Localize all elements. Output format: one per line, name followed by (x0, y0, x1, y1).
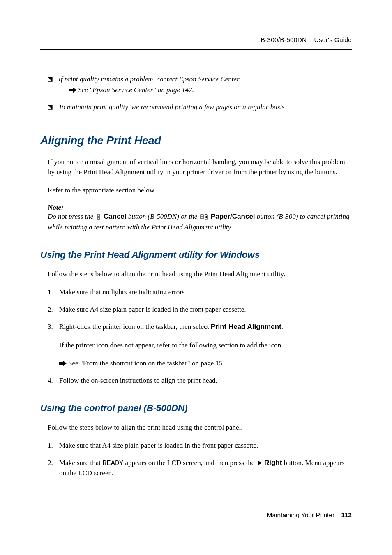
bullet-text: If print quality remains a problem, cont… (58, 74, 240, 84)
menu-item-label: Print Head Alignment (210, 323, 281, 331)
step-text: Make sure that no lights are indicating … (59, 287, 352, 297)
step-text: Make sure that READY appears on the LCD … (59, 458, 352, 478)
paper-cancel-button-label: Paper/Cancel (211, 213, 255, 220)
paragraph: Follow the steps below to align the prin… (48, 269, 352, 279)
step-number: 2. (48, 458, 59, 468)
bullet-marker-icon (48, 105, 53, 110)
note-text: Do not press the (48, 213, 95, 220)
section-rule (40, 132, 352, 132)
step-number: 2. (48, 305, 59, 314)
note-label: Note: (48, 204, 352, 212)
note-text: button (B-500DN) or the (127, 213, 199, 220)
note-body: Do not press the Cancel button (B-500DN)… (48, 212, 352, 232)
bullet-text: To maintain print quality, we recommend … (58, 102, 286, 112)
cross-reference-text: See "Epson Service Center" on page 147. (78, 85, 194, 95)
step-item: 3. Right-click the printer icon on the t… (48, 322, 352, 368)
paragraph: Refer to the appropriate section below. (48, 185, 352, 195)
step-item: 1. Make sure that A4 size plain paper is… (48, 441, 352, 451)
footer-chapter: Maintaining Your Printer (267, 511, 335, 518)
header-model: B-300/B-500DN (261, 36, 307, 43)
page-header: B-300/B-500DN User's Guide (40, 36, 352, 44)
step-text: Follow the on-screen instructions to ali… (59, 376, 352, 386)
step-number: 1. (48, 287, 59, 297)
step-text: . (281, 323, 283, 331)
heading-control-panel: Using the control panel (B-500DN) (40, 403, 352, 414)
step-item: 2. Make sure that READY appears on the L… (48, 458, 352, 478)
page-footer: Maintaining Your Printer112 (40, 504, 352, 519)
trash-icon (96, 213, 101, 222)
step-item: 1. Make sure that no lights are indicati… (48, 287, 352, 297)
step-number: 4. (48, 376, 59, 386)
heading-aligning: Aligning the Print Head (40, 134, 352, 147)
cancel-button-label: Cancel (104, 213, 127, 220)
bullet-item: To maintain print quality, we recommend … (48, 102, 352, 112)
arrow-right-icon (59, 361, 67, 366)
step-sub-paragraph: If the printer icon does not appear, ref… (59, 340, 352, 350)
step-number: 1. (48, 441, 59, 451)
arrow-right-icon (69, 87, 76, 93)
cross-reference: See "Epson Service Center" on page 147. (69, 85, 240, 95)
cross-reference-text: See "From the shortcut icon on the taskb… (68, 358, 224, 368)
header-rule (40, 49, 352, 50)
paragraph: Follow the steps below to align the prin… (48, 423, 352, 432)
right-button-label: Right (264, 459, 282, 467)
bullet-item: If print quality remains a problem, cont… (48, 74, 352, 95)
heading-windows: Using the Print Head Alignment utility f… (40, 250, 352, 260)
step-text: Make sure that A4 size plain paper is lo… (59, 441, 352, 451)
paragraph: If you notice a misalignment of vertical… (48, 157, 352, 177)
step-text: Right-click the printer icon on the task… (59, 323, 210, 331)
bullet-marker-icon (48, 77, 53, 82)
right-triangle-icon (258, 460, 262, 465)
step-text: Make sure A4 size plain paper is loaded … (59, 305, 352, 314)
step-item: 4. Follow the on-screen instructions to … (48, 376, 352, 386)
cross-reference: See "From the shortcut icon on the taskb… (59, 358, 352, 368)
lcd-text: READY (102, 459, 123, 467)
step-item: 2. Make sure A4 size plain paper is load… (48, 305, 352, 314)
header-doc-title: User's Guide (314, 36, 352, 43)
step-number: 3. (48, 322, 59, 332)
paper-trash-icon (200, 213, 208, 222)
footer-page-number: 112 (341, 511, 352, 518)
